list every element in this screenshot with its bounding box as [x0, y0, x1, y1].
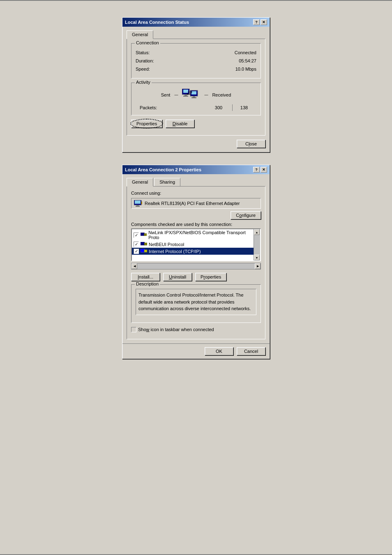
component-tcpip[interactable]: ✓ Internet Protocol (TCP/IP) — [132, 248, 254, 255]
svg-rect-18 — [144, 233, 147, 236]
configure-label: Configure — [236, 213, 256, 218]
connection-groupbox: Connection Status: Connected Duration: 0… — [131, 43, 261, 78]
adapter-icon — [134, 200, 142, 207]
close2-button[interactable]: ✕ — [261, 167, 267, 173]
sent-arrow-icon: — — [174, 93, 178, 97]
connect-using-label: Connect using: — [131, 191, 161, 196]
install-label: Install... — [138, 274, 153, 279]
svg-rect-21 — [141, 249, 145, 252]
description-groupbox: Description Transmission Control Protoco… — [131, 284, 261, 323]
components-scrollbar[interactable]: ▲ ▼ — [254, 229, 260, 260]
component-netbeui[interactable]: ✓ NetBEUI Protocol — [132, 241, 254, 248]
hscroll-left-btn[interactable]: ◀ — [131, 263, 137, 269]
description-group-label: Description — [135, 281, 160, 286]
packets-received-value: 138 — [236, 105, 252, 110]
svg-rect-19 — [141, 242, 145, 245]
show-icon-checkbox[interactable] — [131, 327, 136, 332]
packets-label: Packets: — [140, 105, 157, 110]
tab2-sharing[interactable]: Sharing — [154, 178, 180, 187]
connection-group-label: Connection — [135, 40, 160, 45]
svg-rect-17 — [141, 233, 144, 236]
action-buttons: Properties DDisableisable — [131, 120, 261, 128]
configure-row: Configure — [131, 211, 261, 219]
components-label: Components checked are used by this conn… — [131, 222, 232, 227]
close-button[interactable]: ✕ — [261, 19, 267, 25]
svg-rect-6 — [193, 96, 195, 97]
hscroll-right-btn[interactable]: ▶ — [255, 263, 261, 269]
titlebar-buttons: ? ✕ — [253, 19, 267, 25]
tcpip-label: Internet Protocol (TCP/IP) — [149, 249, 201, 254]
close-row: Close — [127, 140, 265, 148]
speed-value: 10.0 Mbps — [235, 67, 256, 71]
svg-rect-2 — [184, 94, 187, 96]
help2-button[interactable]: ? — [253, 167, 260, 173]
dialog2-bottom: OK Cancel — [122, 343, 270, 359]
status-row: Status: Connected — [136, 49, 256, 56]
description-text: Transmission Control Protocol/Internet P… — [136, 289, 256, 315]
show-icon-label: Show icon in taskbar when connected — [138, 327, 214, 332]
svg-rect-3 — [183, 96, 188, 97]
duration-label: Duration: — [136, 58, 154, 63]
svg-rect-22 — [144, 250, 147, 252]
install-button[interactable]: Install... — [131, 273, 160, 281]
components-list: ✓ NwLink IPX/SPX/NetBIOS Compatible Tran… — [132, 229, 254, 260]
hscroll-bar[interactable]: ◀ ▶ — [131, 263, 261, 269]
titlebar2-buttons: ? ✕ — [253, 167, 267, 173]
properties-button[interactable]: Properties — [131, 120, 162, 128]
scroll-down-btn[interactable]: ▼ — [254, 255, 260, 260]
tcpip-checkbox[interactable]: ✓ — [134, 249, 139, 254]
netbeui-label: NetBEUI Protocol — [149, 242, 184, 247]
titlebar-lan2-properties: Local Area Connection 2 Properties ? ✕ — [122, 165, 270, 174]
tab-content-general: Connection Status: Connected Duration: 0… — [127, 39, 265, 136]
components-listbox[interactable]: ✓ NwLink IPX/SPX/NetBIOS Compatible Tran… — [131, 228, 261, 261]
configure-button[interactable]: Configure — [231, 211, 261, 219]
netbeui-checkbox[interactable]: ✓ — [134, 242, 139, 247]
network-activity-icon — [182, 89, 200, 101]
status-value: Connected — [235, 50, 256, 55]
properties-button2[interactable]: Properties — [195, 273, 226, 281]
uninstall-button[interactable]: Uninstall — [163, 273, 192, 281]
svg-rect-20 — [144, 243, 147, 245]
received-label: Received — [212, 92, 231, 97]
tab-general[interactable]: General — [127, 30, 153, 39]
titlebar2-title: Local Area Connection 2 Properties — [125, 167, 201, 172]
speed-label: Speed: — [136, 67, 150, 71]
received-arrow-icon: — — [204, 93, 208, 97]
disable-button[interactable]: DDisableisable — [166, 120, 194, 128]
tab2-general[interactable]: General — [127, 178, 153, 187]
help-button[interactable]: ? — [253, 19, 260, 25]
properties2-label: Properties — [201, 274, 221, 279]
packets-divider — [232, 104, 233, 111]
close-button-bottom[interactable]: Close — [237, 140, 265, 148]
activity-group-label: Activity — [135, 80, 152, 85]
packets-sent-value: 300 — [208, 105, 229, 110]
dialog-lan-status: Local Area Connection Status ? ✕ General… — [122, 17, 270, 152]
ok-button[interactable]: OK — [205, 347, 233, 355]
cancel-button[interactable]: Cancel — [237, 347, 265, 355]
nwlink-icon — [141, 233, 147, 237]
component-nwlink[interactable]: ✓ NwLink IPX/SPX/NetBIOS Compatible Tran… — [132, 229, 254, 241]
disable-label: DDisableisable — [173, 121, 188, 126]
dialog-lan2-properties: Local Area Connection 2 Properties ? ✕ G… — [122, 165, 270, 359]
component-action-buttons: Install... Uninstall Properties — [131, 273, 261, 281]
scroll-track — [254, 235, 260, 255]
adapter-name: Realtek RTL8139(A) PCI Fast Ethernet Ada… — [145, 201, 240, 206]
netbeui-icon — [141, 242, 147, 247]
sent-label: Sent — [161, 92, 171, 97]
duration-value: 05:54:27 — [239, 58, 256, 63]
duration-row: Duration: 05:54:27 — [136, 58, 256, 64]
activity-groupbox: Activity Sent — — [131, 83, 261, 115]
tab2-content: Connect using: Realtek RTL8139(A) PCI Fa… — [127, 186, 265, 339]
titlebar-title: Local Area Connection Status — [125, 20, 189, 25]
svg-rect-1 — [183, 90, 188, 93]
show-icon-row: Show icon in taskbar when connected — [131, 327, 261, 332]
scroll-up-btn[interactable]: ▲ — [254, 229, 260, 235]
close-label: Close — [245, 141, 257, 146]
svg-rect-7 — [191, 97, 196, 98]
nwlink-checkbox[interactable]: ✓ — [134, 233, 139, 238]
uninstall-label: Uninstall — [169, 274, 186, 279]
svg-rect-16 — [141, 202, 142, 204]
svg-rect-13 — [135, 200, 141, 204]
svg-rect-5 — [191, 91, 196, 94]
adapter-row: Realtek RTL8139(A) PCI Fast Ethernet Ada… — [131, 198, 261, 209]
